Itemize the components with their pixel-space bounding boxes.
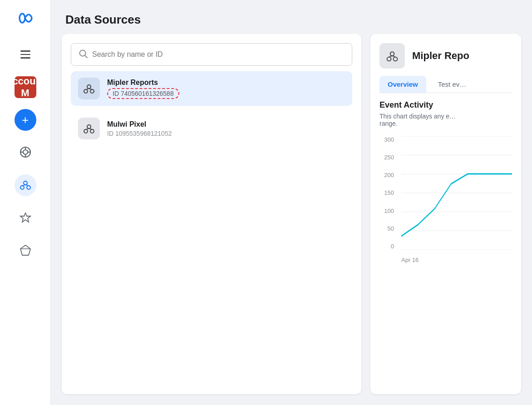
svg-point-17 — [87, 85, 91, 89]
svg-point-8 — [20, 186, 24, 189]
dashboard-button[interactable] — [15, 142, 36, 163]
mulwi-id: ID 1095535968121052 — [107, 130, 172, 137]
svg-point-2 — [23, 150, 28, 154]
svg-point-19 — [90, 89, 94, 93]
mipler-icon — [78, 78, 100, 99]
event-activity-section: Event Activity This chart displays any e… — [379, 100, 512, 385]
detail-title: Mipler Repo — [412, 50, 469, 62]
page-title: Data Sources — [65, 13, 517, 27]
mulwi-info: Mulwi Pixel ID 1095535968121052 — [107, 120, 172, 137]
svg-point-18 — [84, 89, 88, 93]
x-label-apr16: Apr 16 — [401, 257, 419, 263]
svg-line-30 — [389, 56, 392, 57]
svg-point-22 — [87, 125, 91, 128]
event-activity-desc: This chart displays any e…range. — [379, 113, 512, 127]
svg-line-31 — [392, 56, 395, 57]
svg-point-28 — [387, 57, 391, 61]
menu-button[interactable] — [15, 44, 36, 65]
svg-point-29 — [394, 57, 398, 61]
menu-icon — [20, 50, 30, 59]
chart-area: 300 250 200 150 100 50 0 — [379, 136, 512, 263]
meta-logo[interactable] — [16, 9, 34, 29]
y-label-200: 200 — [384, 172, 394, 178]
diamond-button[interactable] — [15, 240, 36, 262]
detail-header: Mipler Repo — [379, 43, 512, 69]
favorites-button[interactable] — [15, 207, 36, 229]
svg-point-9 — [27, 186, 30, 189]
svg-line-11 — [25, 185, 29, 186]
detail-panel: Mipler Repo Overview Test ev… Event Acti… — [370, 34, 521, 394]
add-icon: + — [22, 114, 29, 126]
svg-point-7 — [24, 181, 27, 185]
add-button[interactable]: + — [15, 109, 36, 131]
chart-y-labels: 300 250 200 150 100 50 0 — [379, 136, 398, 250]
svg-line-21 — [89, 89, 92, 89]
content-area: Mipler Reports ID 740560161326588 Mulwi … — [51, 34, 532, 405]
y-label-0: 0 — [391, 243, 394, 250]
star-icon — [20, 212, 31, 225]
source-item-mipler[interactable]: Mipler Reports ID 740560161326588 — [71, 71, 352, 106]
y-label-150: 150 — [384, 189, 394, 196]
svg-marker-13 — [20, 245, 30, 255]
data-sources-icon — [19, 178, 32, 193]
search-icon — [79, 49, 88, 60]
svg-line-26 — [89, 128, 92, 129]
svg-line-20 — [86, 89, 89, 89]
sources-panel: Mipler Reports ID 740560161326588 Mulwi … — [62, 34, 361, 394]
tab-test-events[interactable]: Test ev… — [430, 76, 475, 93]
mipler-id: ID 740560161326588 — [107, 88, 179, 99]
event-activity-title: Event Activity — [379, 100, 512, 110]
mipler-info: Mipler Reports ID 740560161326588 — [107, 79, 179, 99]
diamond-icon — [20, 244, 31, 257]
mulwi-name: Mulwi Pixel — [107, 120, 172, 128]
svg-line-10 — [22, 185, 25, 186]
account-avatar-button[interactable]: Account M — [15, 76, 36, 98]
mipler-name: Mipler Reports — [107, 79, 179, 87]
main-content: Data Sources — [51, 0, 532, 405]
page-header: Data Sources — [51, 0, 532, 34]
mulwi-icon — [78, 118, 100, 139]
data-sources-button[interactable] — [15, 174, 36, 196]
search-input[interactable] — [92, 50, 345, 59]
detail-tabs: Overview Test ev… — [379, 76, 512, 93]
svg-line-25 — [86, 128, 89, 129]
y-label-50: 50 — [388, 225, 394, 232]
svg-point-27 — [390, 52, 394, 56]
avatar-letter: Account M — [5, 75, 45, 99]
y-label-250: 250 — [384, 154, 394, 161]
y-label-300: 300 — [384, 136, 394, 143]
svg-line-16 — [85, 55, 87, 58]
source-item-mulwi[interactable]: Mulwi Pixel ID 1095535968121052 — [71, 111, 352, 146]
search-box[interactable] — [71, 43, 352, 66]
y-label-100: 100 — [384, 207, 394, 214]
chart-svg-container — [401, 136, 512, 250]
tab-overview[interactable]: Overview — [379, 76, 426, 93]
svg-marker-12 — [20, 213, 30, 222]
svg-point-23 — [84, 129, 88, 133]
dashboard-icon — [20, 146, 31, 159]
detail-source-icon — [379, 43, 405, 69]
svg-point-24 — [90, 129, 94, 133]
sidebar: Account M + — [0, 0, 51, 405]
